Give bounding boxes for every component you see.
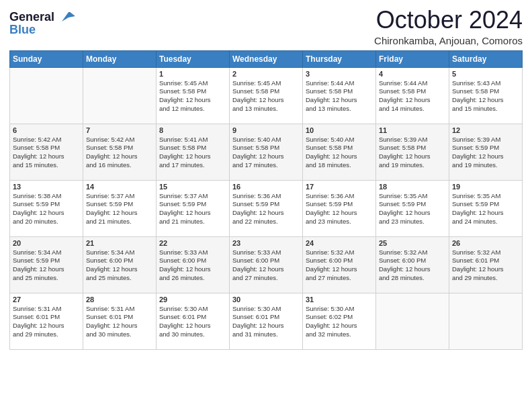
cell-info-line: and 27 minutes. xyxy=(232,274,300,283)
title-block: October 2024 Chironkamba, Anjouan, Comor… xyxy=(374,7,523,46)
col-header-sunday: Sunday xyxy=(10,50,83,67)
cell-info-line: Daylight: 12 hours xyxy=(452,209,519,218)
calendar-cell: 22Sunrise: 5:33 AMSunset: 6:00 PMDayligh… xyxy=(157,236,230,293)
cell-info-line: Sunset: 5:58 PM xyxy=(13,144,80,152)
week-row-2: 6Sunrise: 5:42 AMSunset: 5:58 PMDaylight… xyxy=(10,124,523,180)
cell-info-line: Daylight: 12 hours xyxy=(232,96,300,105)
calendar-cell: 3Sunrise: 5:44 AMSunset: 5:58 PMDaylight… xyxy=(303,67,376,124)
cell-info-line: Daylight: 12 hours xyxy=(13,152,80,161)
calendar-cell: 25Sunrise: 5:32 AMSunset: 6:00 PMDayligh… xyxy=(376,236,449,293)
cell-info-line: Sunrise: 5:45 AM xyxy=(159,79,226,88)
cell-info-line: Sunset: 6:01 PM xyxy=(452,257,519,265)
cell-info-line: and 16 minutes. xyxy=(86,161,153,170)
logo-line1: General xyxy=(9,9,77,24)
cell-info-line: Sunset: 5:58 PM xyxy=(306,144,373,152)
day-number: 5 xyxy=(452,70,519,78)
cell-info-line: Daylight: 12 hours xyxy=(379,265,446,274)
day-number: 27 xyxy=(13,295,80,304)
day-number: 2 xyxy=(232,70,300,78)
cell-info-line: Daylight: 12 hours xyxy=(306,322,373,330)
day-number: 20 xyxy=(13,239,80,247)
cell-info-line: Sunset: 6:00 PM xyxy=(159,257,226,265)
calendar-cell xyxy=(10,67,83,124)
calendar-cell: 28Sunrise: 5:31 AMSunset: 6:01 PMDayligh… xyxy=(83,293,157,349)
cell-info-line: Sunset: 5:59 PM xyxy=(86,200,153,209)
cell-info-line: and 22 minutes. xyxy=(232,218,300,226)
calendar-cell xyxy=(83,67,157,124)
cell-info-line: Sunrise: 5:35 AM xyxy=(452,192,519,201)
day-number: 12 xyxy=(452,126,519,134)
logo-bird-icon xyxy=(56,9,77,24)
cell-info-line: Sunrise: 5:33 AM xyxy=(159,248,226,257)
day-number: 14 xyxy=(86,183,153,191)
cell-info-line: Sunset: 5:59 PM xyxy=(232,200,300,209)
col-header-friday: Friday xyxy=(376,50,449,67)
cell-info-line: Sunset: 5:58 PM xyxy=(452,87,519,96)
cell-info-line: Sunrise: 5:45 AM xyxy=(232,79,300,88)
cell-info-line: Sunset: 6:01 PM xyxy=(159,313,226,322)
cell-info-line: Sunset: 5:58 PM xyxy=(306,87,373,96)
cell-info-line: Daylight: 12 hours xyxy=(379,152,446,161)
day-number: 25 xyxy=(379,239,446,247)
day-number: 6 xyxy=(13,126,80,134)
calendar-cell: 8Sunrise: 5:41 AMSunset: 5:58 PMDaylight… xyxy=(157,124,230,180)
cell-info-line: and 15 minutes. xyxy=(13,161,80,170)
cell-info-line: Sunrise: 5:43 AM xyxy=(452,79,519,88)
cell-info-line: Sunrise: 5:36 AM xyxy=(306,192,373,201)
cell-info-line: Sunset: 5:58 PM xyxy=(379,144,446,152)
cell-info-line: and 21 minutes. xyxy=(86,218,153,226)
cell-info-line: and 13 minutes. xyxy=(306,105,373,113)
cell-info-line: Sunrise: 5:42 AM xyxy=(86,136,153,144)
calendar-cell: 16Sunrise: 5:36 AMSunset: 5:59 PMDayligh… xyxy=(230,180,303,236)
cell-info-line: Sunrise: 5:37 AM xyxy=(159,192,226,201)
cell-info-line: Daylight: 12 hours xyxy=(159,322,226,330)
calendar-header-row: SundayMondayTuesdayWednesdayThursdayFrid… xyxy=(10,50,523,67)
cell-info-line: Sunrise: 5:30 AM xyxy=(306,305,373,314)
cell-info-line: Sunset: 6:00 PM xyxy=(86,257,153,265)
cell-info-line: Daylight: 12 hours xyxy=(86,209,153,218)
cell-info-line: Sunset: 5:59 PM xyxy=(13,200,80,209)
day-number: 29 xyxy=(159,295,226,304)
week-row-1: 1Sunrise: 5:45 AMSunset: 5:58 PMDaylight… xyxy=(10,67,523,124)
cell-info-line: Sunrise: 5:39 AM xyxy=(452,136,519,144)
cell-info-line: Daylight: 12 hours xyxy=(379,96,446,105)
cell-info-line: Sunset: 5:58 PM xyxy=(232,87,300,96)
calendar-cell: 9Sunrise: 5:40 AMSunset: 5:58 PMDaylight… xyxy=(230,124,303,180)
cell-info-line: Daylight: 12 hours xyxy=(159,152,226,161)
cell-info-line: Sunrise: 5:30 AM xyxy=(232,305,300,314)
logo-text-general: General xyxy=(9,10,54,24)
cell-info-line: Sunset: 5:58 PM xyxy=(159,87,226,96)
cell-info-line: Daylight: 12 hours xyxy=(13,265,80,274)
cell-info-line: and 30 minutes. xyxy=(86,330,153,339)
cell-info-line: Sunrise: 5:33 AM xyxy=(232,248,300,257)
calendar-cell: 21Sunrise: 5:34 AMSunset: 6:00 PMDayligh… xyxy=(83,236,157,293)
cell-info-line: Sunset: 5:59 PM xyxy=(452,144,519,152)
cell-info-line: Sunset: 5:59 PM xyxy=(379,200,446,209)
cell-info-line: Daylight: 12 hours xyxy=(159,265,226,274)
cell-info-line: Sunset: 5:59 PM xyxy=(306,200,373,209)
month-title: October 2024 xyxy=(374,7,523,34)
cell-info-line: Sunset: 5:58 PM xyxy=(159,144,226,152)
calendar-cell: 24Sunrise: 5:32 AMSunset: 6:00 PMDayligh… xyxy=(303,236,376,293)
cell-info-line: Sunrise: 5:41 AM xyxy=(159,136,226,144)
calendar-cell: 18Sunrise: 5:35 AMSunset: 5:59 PMDayligh… xyxy=(376,180,449,236)
calendar-cell: 7Sunrise: 5:42 AMSunset: 5:58 PMDaylight… xyxy=(83,124,157,180)
cell-info-line: and 25 minutes. xyxy=(86,274,153,283)
cell-info-line: Sunrise: 5:32 AM xyxy=(306,248,373,257)
day-number: 26 xyxy=(452,239,519,247)
calendar-cell: 20Sunrise: 5:34 AMSunset: 5:59 PMDayligh… xyxy=(10,236,83,293)
calendar-cell: 23Sunrise: 5:33 AMSunset: 6:00 PMDayligh… xyxy=(230,236,303,293)
calendar-cell: 26Sunrise: 5:32 AMSunset: 6:01 PMDayligh… xyxy=(449,236,523,293)
cell-info-line: Sunset: 5:59 PM xyxy=(159,200,226,209)
cell-info-line: Sunrise: 5:32 AM xyxy=(452,248,519,257)
cell-info-line: Daylight: 12 hours xyxy=(452,265,519,274)
week-row-5: 27Sunrise: 5:31 AMSunset: 6:01 PMDayligh… xyxy=(10,293,523,349)
cell-info-line: Daylight: 12 hours xyxy=(232,322,300,330)
day-number: 15 xyxy=(159,183,226,191)
calendar-cell: 29Sunrise: 5:30 AMSunset: 6:01 PMDayligh… xyxy=(157,293,230,349)
col-header-thursday: Thursday xyxy=(303,50,376,67)
cell-info-line: and 24 minutes. xyxy=(452,218,519,226)
cell-info-line: Daylight: 12 hours xyxy=(86,265,153,274)
calendar-cell: 10Sunrise: 5:40 AMSunset: 5:58 PMDayligh… xyxy=(303,124,376,180)
calendar-cell: 5Sunrise: 5:43 AMSunset: 5:58 PMDaylight… xyxy=(449,67,523,124)
